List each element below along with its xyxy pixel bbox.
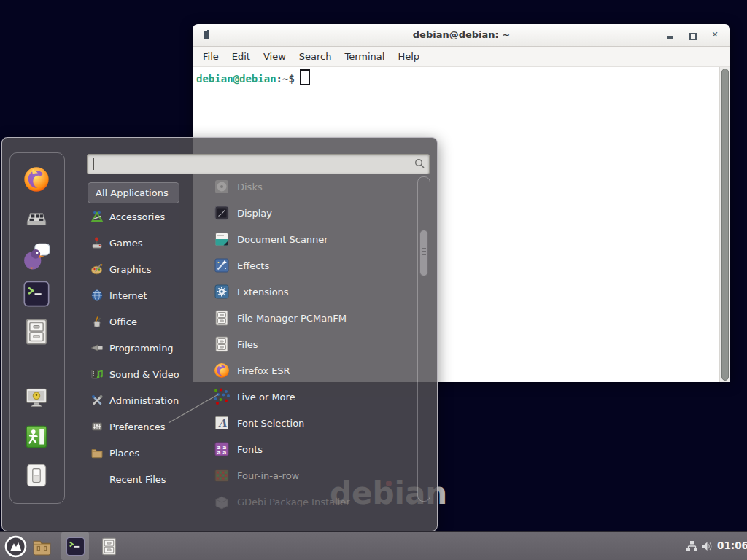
app-item-document-scanner[interactable]: Document Scanner — [213, 228, 416, 251]
app-item-firefox-esr[interactable]: Firefox ESR — [213, 359, 416, 382]
minimize-button[interactable] — [662, 24, 678, 46]
five-or-more-icon — [213, 388, 231, 405]
menu-button[interactable] — [4, 534, 27, 558]
app-item-disks[interactable]: Disks — [213, 175, 416, 198]
games-icon — [90, 236, 104, 249]
terminal-menubar: File Edit View Search Terminal Help — [193, 47, 730, 67]
search-bar — [87, 154, 430, 174]
app-label: Document Scanner — [237, 234, 328, 245]
network-icon — [686, 540, 698, 553]
clock[interactable]: 01:06 — [717, 532, 747, 560]
menu-terminal[interactable]: Terminal — [338, 51, 391, 62]
category-internet[interactable]: Internet — [90, 284, 212, 306]
app-label: Effects — [237, 260, 269, 271]
category-programming[interactable]: Programming — [90, 337, 212, 359]
file-cabinet-icon — [213, 335, 231, 353]
shut-down-icon — [22, 461, 51, 490]
category-recent-files[interactable]: Recent Files — [90, 468, 212, 490]
maximize-icon — [689, 33, 697, 40]
app-list-scrollbar[interactable] — [417, 176, 430, 502]
category-all-applications[interactable]: All Applications — [88, 182, 179, 203]
favorite-file-manager-button[interactable] — [19, 314, 54, 349]
programming-icon — [90, 341, 104, 354]
category-places[interactable]: Places — [90, 442, 212, 464]
document-scanner-icon — [213, 230, 231, 248]
menu-help[interactable]: Help — [391, 51, 426, 62]
category-preferences[interactable]: Preferences — [90, 416, 212, 438]
firefox-icon — [213, 362, 231, 379]
app-item-display[interactable]: Display — [213, 201, 416, 225]
app-item-four-in-a-row[interactable]: Four-in-a-row — [213, 464, 416, 487]
prompt-path: :~$ — [276, 73, 295, 85]
volume-tray-icon[interactable] — [700, 540, 713, 553]
app-label: Disks — [237, 182, 263, 192]
menu-search[interactable]: Search — [293, 51, 338, 62]
category-label: Sound & Video — [109, 369, 179, 380]
software-icon — [22, 203, 51, 232]
svg-text:a a: a a — [217, 449, 227, 456]
favorite-terminal-button[interactable] — [19, 276, 54, 311]
menu-edit[interactable]: Edit — [225, 51, 257, 62]
app-item-files[interactable]: Files — [213, 332, 416, 356]
category-office[interactable]: Office — [90, 311, 212, 332]
places-icon — [90, 446, 104, 459]
favorite-software-button[interactable] — [19, 200, 54, 235]
shut-down-button[interactable] — [19, 458, 54, 493]
app-label: File Manager PCManFM — [237, 313, 347, 324]
network-tray-icon[interactable] — [685, 540, 698, 553]
app-label: Files — [237, 339, 258, 350]
app-item-fonts[interactable]: a a a a Fonts — [213, 438, 416, 461]
gdebi-icon — [213, 493, 231, 510]
category-accessories[interactable]: Accessories — [90, 206, 212, 228]
category-administration[interactable]: Administration — [90, 389, 212, 411]
taskbar: 01:06 — [0, 531, 747, 560]
app-label: Firefox ESR — [237, 365, 290, 376]
terminal-window-title: debian@debian: ~ — [193, 24, 730, 46]
app-label: Fonts — [237, 444, 263, 455]
internet-icon — [90, 289, 104, 302]
folder-icon — [31, 536, 53, 557]
office-icon — [90, 315, 104, 328]
terminal-titlebar[interactable]: debian@debian: ~ ✕ — [193, 24, 730, 47]
terminal-scrollbar[interactable] — [719, 67, 730, 382]
lock-screen-icon — [22, 384, 51, 413]
maximize-button[interactable] — [685, 24, 701, 46]
file-cabinet-icon — [99, 537, 119, 556]
launcher-terminal-active[interactable] — [61, 532, 89, 560]
launcher-file-manager-pcmanfm[interactable] — [31, 535, 53, 557]
category-graphics[interactable]: Graphics — [90, 258, 212, 280]
application-menu: All Applications Accessories Games — [1, 137, 438, 532]
search-input[interactable] — [87, 154, 430, 174]
favorite-pidgin-button[interactable] — [19, 238, 54, 273]
app-item-gdebi-package-installer[interactable]: GDebi Package Installer — [213, 490, 416, 513]
app-item-font-selection[interactable]: A Font Selection — [213, 411, 416, 435]
favorite-firefox-button[interactable] — [19, 162, 54, 197]
menu-file[interactable]: File — [196, 51, 225, 62]
terminal-scrollbar-thumb[interactable] — [721, 69, 729, 381]
category-label: Administration — [109, 395, 179, 406]
four-in-a-row-icon — [213, 467, 231, 484]
lock-screen-button[interactable] — [19, 381, 54, 416]
app-item-file-manager-pcmanfm[interactable]: File Manager PCManFM — [213, 306, 416, 330]
accessories-icon — [90, 210, 104, 223]
category-label: Office — [109, 316, 137, 327]
shell-prompt: debian@debian:~$ — [196, 69, 310, 85]
blank-icon — [90, 472, 104, 486]
close-button[interactable]: ✕ — [707, 24, 723, 46]
category-games[interactable]: Games — [90, 232, 212, 254]
app-list-scrollbar-thumb[interactable] — [419, 230, 428, 276]
category-sound-video[interactable]: Sound & Video — [90, 363, 212, 385]
app-item-effects[interactable]: Effects — [213, 254, 416, 277]
preferences-icon — [90, 420, 104, 433]
administration-icon — [90, 394, 104, 407]
launcher-files[interactable] — [98, 535, 120, 557]
disks-icon — [213, 178, 231, 195]
app-label: Four-in-a-row — [237, 470, 299, 481]
effects-icon — [213, 257, 231, 274]
menu-view[interactable]: View — [257, 51, 293, 62]
firefox-icon — [22, 165, 51, 194]
log-out-button[interactable] — [19, 419, 54, 454]
app-item-five-or-more[interactable]: Five or More — [213, 385, 416, 408]
app-item-extensions[interactable]: Extensions — [213, 280, 416, 303]
display-icon — [213, 204, 231, 222]
